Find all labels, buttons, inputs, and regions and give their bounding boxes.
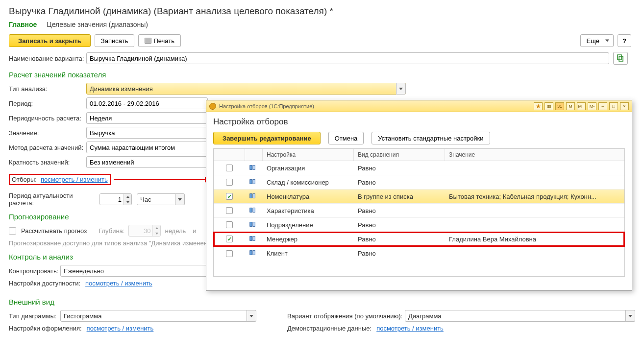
analysis-type-select[interactable]: Динамика изменения [86, 83, 406, 95]
demo-data-link[interactable]: посмотреть / изменить [376, 325, 444, 332]
tab-targets[interactable]: Целевые значения (диапазоны) [47, 21, 148, 28]
row-checkbox[interactable] [226, 250, 233, 257]
maximize-icon[interactable]: □ [609, 102, 618, 110]
filter-row[interactable]: ХарактеристикаРавно [214, 204, 624, 218]
save-button[interactable]: Записать [95, 34, 135, 47]
multiplicity-input[interactable] [86, 156, 208, 168]
save-close-button[interactable]: Записать и закрыть [9, 34, 91, 47]
row-checkbox[interactable] [226, 165, 233, 171]
col-comparison-header[interactable]: Вид сравнения [354, 149, 445, 161]
dimension-icon [249, 178, 256, 185]
memory-m-button[interactable]: M [566, 102, 575, 110]
calc-periodicity-input[interactable] [86, 112, 208, 124]
filter-row[interactable]: ПодразделениеРавно [214, 218, 624, 232]
modal-titlebar[interactable]: Настройка отборов (1С:Предприятие) ★ ▦ 3… [206, 100, 632, 112]
col-value-header[interactable]: Значение [445, 149, 624, 161]
control-label: Контролировать: [9, 267, 60, 275]
dimension-icon [249, 192, 256, 199]
appearance-link[interactable]: посмотреть / изменить [87, 325, 154, 332]
row-checkbox[interactable] [226, 207, 233, 214]
availability-link[interactable]: посмотреть / изменить [85, 280, 152, 287]
availability-label: Настройки доступности: [9, 280, 80, 287]
method-input[interactable] [86, 142, 208, 153]
variant-name-input[interactable] [86, 52, 609, 64]
actual-period-unit-value: Час [140, 196, 151, 203]
finish-editing-button[interactable]: Завершить редактирование [213, 132, 321, 144]
filter-row[interactable]: КлиентРавно [214, 246, 624, 261]
actual-period-stepper[interactable] [99, 193, 132, 205]
selections-link[interactable]: посмотреть / изменить [41, 176, 108, 183]
defaults-button[interactable]: Установить стандартные настройки [372, 132, 490, 144]
filters-grid: Настройка Вид сравнения Значение Организ… [213, 148, 625, 277]
display-variant-select[interactable]: Диаграмма [405, 310, 635, 322]
close-icon[interactable]: × [620, 102, 629, 110]
modal-titlebar-text: Настройка отборов (1С:Предприятие) [219, 103, 314, 109]
filters-modal: Настройка отборов (1С:Предприятие) ★ ▦ 3… [206, 100, 632, 291]
row-checkbox[interactable] [226, 193, 233, 200]
multiplicity-label: Кратность значений: [9, 159, 86, 166]
demo-data-label: Демонстрационные данные: [287, 325, 372, 332]
modal-header: Настройка отборов [213, 117, 625, 127]
row-comparison: Равно [354, 234, 445, 245]
filter-row[interactable]: Склад / комиссионерРавно [214, 175, 624, 190]
grid-icon[interactable]: ▦ [545, 102, 553, 110]
section-calc-title: Расчет значений показателя [9, 71, 635, 79]
row-value [445, 223, 624, 227]
value-input[interactable] [86, 127, 208, 139]
row-value: Гладилина Вера Михайловна [445, 234, 624, 245]
selections-highlight: Отборы: посмотреть / изменить [9, 174, 111, 185]
period-input[interactable] [86, 97, 208, 109]
cancel-button[interactable]: Отмена [328, 132, 364, 144]
row-checkbox[interactable] [226, 236, 233, 242]
dimension-icon [249, 207, 256, 214]
depth-number [129, 225, 152, 236]
selections-label: Отборы: [12, 176, 37, 183]
actual-period-unit-select[interactable]: Час [137, 193, 185, 205]
row-value [445, 180, 624, 184]
dimension-icon [249, 164, 256, 171]
row-name: Менеджер [263, 234, 354, 245]
tab-main[interactable]: Главное [9, 21, 37, 28]
period-label: Период: [9, 100, 86, 107]
chevron-down-icon[interactable] [175, 193, 185, 205]
chevron-down-icon[interactable] [396, 83, 406, 95]
filter-row[interactable]: НоменклатураВ группе из спискаБытовая те… [214, 190, 624, 204]
filter-row[interactable]: МенеджерРавноГладилина Вера Михайловна [214, 232, 624, 246]
memory-mminus-button[interactable]: M- [588, 102, 596, 110]
forecast-checkbox[interactable] [9, 227, 16, 235]
row-comparison: Равно [354, 177, 445, 188]
chart-type-select[interactable]: Гистограмма [60, 310, 256, 322]
more-button[interactable]: Еще [580, 34, 614, 47]
svg-rect-0 [618, 55, 621, 60]
calendar-icon[interactable]: 31 [555, 102, 564, 110]
copy-button[interactable] [613, 52, 628, 65]
favorite-icon[interactable]: ★ [534, 102, 543, 110]
col-setting-header[interactable]: Настройка [263, 149, 354, 161]
minimize-icon[interactable]: – [598, 102, 607, 110]
row-checkbox[interactable] [226, 179, 233, 186]
svg-rect-4 [250, 179, 252, 184]
print-button[interactable]: Печать [138, 34, 181, 47]
chevron-down-icon[interactable] [247, 310, 256, 322]
svg-rect-12 [250, 236, 252, 240]
chevron-down-icon[interactable] [625, 310, 635, 322]
memory-mplus-button[interactable]: M+ [577, 102, 586, 110]
row-comparison: Равно [354, 205, 445, 216]
stepper-up-icon[interactable] [124, 194, 131, 199]
actual-period-number[interactable] [100, 194, 124, 205]
row-comparison: В группе из списка [354, 191, 445, 202]
method-label: Метод расчета значений: [9, 144, 86, 151]
svg-rect-2 [250, 165, 252, 169]
svg-rect-13 [253, 236, 255, 240]
svg-rect-15 [253, 251, 255, 255]
row-value: Бытовая техника; Кабельная продукция; Ку… [445, 191, 624, 202]
dimension-icon [249, 235, 256, 242]
printer-icon [145, 38, 151, 44]
filter-row[interactable]: ОрганизацияРавно [214, 161, 624, 175]
depth-label: Глубина: [99, 227, 124, 235]
print-button-label: Печать [153, 37, 174, 45]
help-button[interactable]: ? [618, 34, 631, 47]
depth-stepper [128, 225, 161, 237]
stepper-down-icon[interactable] [124, 199, 131, 205]
row-checkbox[interactable] [226, 221, 233, 228]
